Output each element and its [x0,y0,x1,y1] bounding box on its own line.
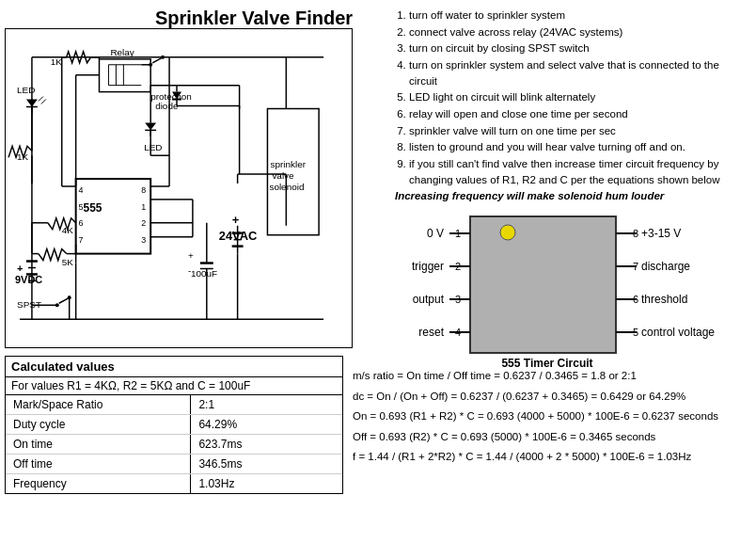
calc-label: Duty cycle [6,415,191,435]
svg-text:555: 555 [84,201,102,215]
svg-text:+: + [17,263,23,274]
svg-text:-: - [188,265,191,276]
instruction-item-10: Increasing frequency will make solenoid … [395,188,750,204]
svg-text:3: 3 [455,294,461,305]
svg-text:diode: diode [155,101,179,111]
svg-point-37 [161,56,165,59]
svg-text:trigger: trigger [412,260,444,273]
svg-text:7: 7 [633,261,638,272]
svg-text:2: 2 [455,261,461,272]
svg-line-23 [41,100,46,104]
formula-line: m/s ratio = On time / Off time = 0.6237 … [353,367,752,386]
instruction-item-9: if you still can't find valve then incre… [409,156,750,187]
svg-text:8: 8 [633,228,638,239]
svg-text:5: 5 [633,327,638,338]
calc-value: 346.5ms [191,455,342,474]
svg-text:output: output [413,293,445,306]
calc-value: 2:1 [191,395,342,415]
calculated-values-table: Calculated values For values R1 = 4KΩ, R… [5,356,343,494]
calc-subtitle: For values R1 = 4KΩ, R2 = 5KΩ and C = 10… [6,377,342,395]
svg-point-35 [149,63,152,67]
svg-text:6: 6 [79,218,84,228]
svg-marker-67 [145,122,156,130]
formulas-panel: m/s ratio = On time / Off time = 0.6237 … [353,367,752,469]
ic-diagram: 0 V 1 trigger 2 output 3 reset 4 8 +3-15… [367,207,733,372]
svg-line-22 [39,97,43,102]
table-row: On time623.7ms [6,435,342,455]
formula-line: f = 1.44 / (R1 + 2*R2) * C = 1.44 / (400… [353,448,752,467]
svg-text:discharge: discharge [641,260,690,273]
instruction-item-7: sprinkler valve will turn on one time pe… [409,123,750,139]
table-row: Frequency1.03Hz [6,474,342,494]
calc-values-table: Mark/Space Ratio2:1Duty cycle64.29%On ti… [6,395,342,493]
calc-value: 623.7ms [191,435,342,455]
page-title: Sprinkler Valve Finder [122,8,386,29]
svg-text:0 V: 0 V [427,227,444,240]
svg-text:1: 1 [455,228,461,239]
calc-value: 64.29% [191,415,342,435]
table-row: Duty cycle64.29% [6,415,342,435]
instructions-panel: turn off water to sprinkler systemconnec… [395,8,750,205]
svg-rect-70 [76,179,151,254]
svg-text:sprinkler: sprinkler [270,159,306,169]
svg-point-116 [500,225,515,240]
svg-text:3: 3 [141,235,146,245]
instruction-item-2: connect valve across relay (24VAC system… [409,24,750,40]
svg-text:LED: LED [17,85,35,95]
svg-text:4: 4 [455,327,461,338]
svg-text:6: 6 [633,294,638,305]
instruction-item-3: turn on circuit by closing SPST switch [409,40,750,56]
calc-title: Calculated values [6,357,342,377]
instruction-item-6: relay will open and close one time per s… [409,106,750,122]
svg-text:Relay: Relay [110,47,134,57]
calc-value: 1.03Hz [191,474,342,494]
svg-text:1K: 1K [51,56,63,67]
svg-text:solenoid: solenoid [269,182,304,192]
circuit-diagram: + 9VDC SPST LED 1K [5,28,353,348]
svg-text:control voltage: control voltage [641,326,715,339]
svg-text:threshold: threshold [641,293,687,306]
formula-line: Off = 0.693 (R2) * C = 0.693 (5000) * 10… [353,428,752,447]
calc-label: Mark/Space Ratio [6,395,191,415]
table-row: Off time346.5ms [6,455,342,474]
svg-text:4: 4 [79,185,84,195]
calc-label: Frequency [6,474,191,494]
svg-text:100uF: 100uF [191,268,217,279]
svg-text:7: 7 [79,235,84,245]
formula-line: On = 0.693 (R1 + R2) * C = 0.693 (4000 +… [353,407,752,426]
svg-text:LED: LED [144,142,162,152]
svg-text:2: 2 [141,218,146,228]
table-row: Mark/Space Ratio2:1 [6,395,342,415]
svg-text:5: 5 [79,202,84,212]
instruction-item-1: turn off water to sprinkler system [409,8,750,24]
svg-text:1: 1 [141,202,146,212]
svg-text:9VDC: 9VDC [15,274,42,285]
formula-line: dc = On / (On + Off) = 0.6237 / (0.6237 … [353,388,752,407]
instruction-item-4: turn on sprinkler system and select valv… [409,57,750,88]
svg-text:reset: reset [418,326,444,339]
svg-point-14 [55,303,59,307]
instruction-item-5: LED light on circuit will blink alternat… [409,89,750,105]
calc-label: Off time [6,455,191,474]
svg-text:+: + [188,250,194,261]
svg-text:+3-15 V: +3-15 V [641,227,681,240]
svg-text:5K: 5K [62,257,74,267]
svg-text:8: 8 [141,185,146,195]
calc-label: On time [6,435,191,455]
svg-text:+: + [232,213,240,227]
instruction-item-8: listen to ground and you will hear valve… [409,139,750,155]
svg-text:valve: valve [272,170,294,181]
svg-rect-115 [470,216,616,353]
